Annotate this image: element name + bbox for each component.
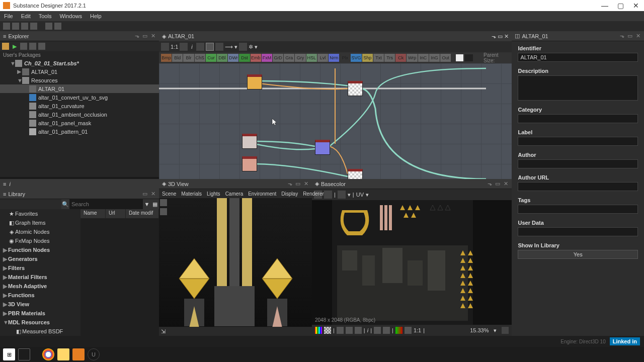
- grid2-icon[interactable]: [355, 327, 362, 334]
- library-table[interactable]: Name Url Date modif: [80, 209, 159, 336]
- alpha-icon[interactable]: [324, 327, 331, 334]
- zoom-1to1[interactable]: 1:1: [171, 44, 178, 50]
- 3d-gizmo-icon[interactable]: [160, 199, 167, 206]
- expand-icon[interactable]: ⇲: [161, 328, 166, 335]
- library-category[interactable]: ★Favorites: [0, 209, 80, 218]
- start-button[interactable]: ⊞: [3, 348, 15, 360]
- explorer-tree[interactable]: ▼Ch_02_01_Start.sbs*▶ALTAR_01▼ResourcesA…: [0, 59, 159, 177]
- tree-item[interactable]: altar_01_panel_mask: [0, 119, 159, 127]
- filter-shp[interactable]: Shp: [362, 54, 373, 62]
- gamut-icon[interactable]: [395, 327, 403, 334]
- library-category[interactable]: ▼MDL Resources: [0, 318, 80, 327]
- panel-pin-icon[interactable]: ⬎: [134, 33, 140, 39]
- panel-close-icon[interactable]: ✕: [503, 180, 509, 187]
- identifier-input[interactable]: [518, 53, 638, 62]
- fit-button[interactable]: [161, 43, 169, 51]
- graph-node[interactable]: [242, 156, 257, 171]
- new-button[interactable]: [3, 23, 10, 30]
- panel-pin-icon[interactable]: ⬎: [487, 180, 493, 187]
- tree-item[interactable]: altar_01_pattern_01: [0, 127, 159, 136]
- filter-inc[interactable]: InC: [418, 54, 429, 62]
- panel-dock-icon[interactable]: ▭: [295, 180, 301, 187]
- panel-close-icon[interactable]: ✕: [635, 33, 641, 39]
- dropdown-icon[interactable]: ▾: [255, 44, 258, 50]
- gtool-7[interactable]: [239, 43, 247, 51]
- library-category[interactable]: ▶3D View: [0, 300, 80, 309]
- showinlib-button[interactable]: Yes: [518, 250, 638, 259]
- authorurl-input[interactable]: [518, 182, 638, 191]
- zoom-1to1[interactable]: 1:1: [414, 327, 421, 333]
- filter-bld[interactable]: Bld: [172, 54, 183, 62]
- panel-dock-icon[interactable]: ▭: [142, 33, 148, 39]
- graph-node[interactable]: [348, 81, 363, 96]
- panel-dock-icon[interactable]: ▭: [495, 180, 501, 187]
- menu-file[interactable]: File: [4, 13, 13, 19]
- col-url[interactable]: Url: [106, 209, 126, 218]
- 3d-menu-environment[interactable]: Environment: [248, 191, 276, 197]
- panel-close-icon[interactable]: ✕: [303, 180, 309, 187]
- 2d-tool-2[interactable]: [324, 191, 332, 199]
- exp-tool-4[interactable]: [29, 43, 36, 50]
- info-tab[interactable]: ≡ i: [0, 179, 159, 189]
- panel-pin-icon[interactable]: ⬎: [492, 33, 496, 39]
- tree-item[interactable]: altar_01_ambient_occlusion: [0, 110, 159, 119]
- tree-item[interactable]: ▼Ch_02_01_Start.sbs*: [0, 59, 159, 67]
- 3d-menu-display[interactable]: Display: [281, 191, 298, 197]
- gear-icon[interactable]: ✲: [249, 44, 253, 50]
- taskview-icon[interactable]: [18, 348, 30, 360]
- library-category[interactable]: ▶Mesh Adaptive: [0, 282, 80, 291]
- info-icon[interactable]: i: [189, 44, 194, 50]
- 2d-tool-3[interactable]: [338, 191, 346, 199]
- color-swatch[interactable]: [456, 54, 463, 61]
- panel-dock-icon[interactable]: ▭: [142, 191, 148, 197]
- graph-node[interactable]: [315, 140, 330, 155]
- library-search-input[interactable]: [69, 199, 143, 209]
- 3d-menu-scene[interactable]: Scene: [162, 191, 176, 197]
- tags-input[interactable]: [518, 205, 638, 214]
- filter-grd[interactable]: GrD: [273, 54, 283, 62]
- tree-item[interactable]: ▼Resources: [0, 76, 159, 84]
- filter-ck[interactable]: Ck: [395, 54, 406, 62]
- close-button[interactable]: ✕: [633, 2, 639, 10]
- maximize-button[interactable]: ▢: [617, 2, 624, 10]
- filter-trs[interactable]: Trs: [384, 54, 395, 62]
- filter-icon[interactable]: ▼: [143, 199, 151, 209]
- tree-item[interactable]: ALTAR_01: [0, 84, 159, 93]
- panel-pin-icon[interactable]: ⬎: [287, 180, 293, 187]
- tree-item[interactable]: altar_01_curvature: [0, 102, 159, 110]
- 2dview-viewport[interactable]: 2048 x 2048 (RGBA, 8bpc): [312, 200, 512, 325]
- filter-txt[interactable]: Txt: [373, 54, 384, 62]
- view-icon[interactable]: ▦: [151, 199, 159, 209]
- author-input[interactable]: [518, 159, 638, 168]
- save-view-icon[interactable]: [502, 327, 509, 334]
- filter-chs[interactable]: ChS: [195, 54, 205, 62]
- panel-close-icon[interactable]: ✕: [504, 33, 509, 39]
- gtool-5[interactable]: [206, 43, 214, 51]
- filter-dst[interactable]: Dst: [239, 54, 250, 62]
- filter-dbl[interactable]: DBl: [217, 54, 227, 62]
- explorer-icon[interactable]: [57, 348, 69, 360]
- 3d-menu-renderer[interactable]: Renderer: [303, 191, 324, 197]
- filter-gry[interactable]: Gry: [295, 54, 305, 62]
- filter-blr[interactable]: Blr: [183, 54, 194, 62]
- menu-help[interactable]: Help: [90, 13, 102, 19]
- link-icon[interactable]: ⟶: [225, 44, 233, 50]
- library-category[interactable]: ◧Graph Items: [0, 218, 80, 227]
- save-all-button[interactable]: [30, 23, 37, 30]
- info-icon[interactable]: i: [367, 327, 368, 333]
- filter-hsl[interactable]: HSL: [306, 54, 317, 62]
- new-sbs-button[interactable]: [2, 43, 9, 50]
- substance-icon[interactable]: [72, 348, 85, 360]
- filter-out[interactable]: Out: [440, 54, 451, 62]
- graph-node[interactable]: [247, 74, 262, 89]
- userdata-input[interactable]: [518, 227, 638, 236]
- open-button[interactable]: [12, 23, 19, 30]
- panel-pin-icon[interactable]: ⬎: [619, 33, 625, 39]
- gtool-4[interactable]: [196, 43, 204, 51]
- hist2-icon[interactable]: [383, 327, 390, 334]
- fit-icon[interactable]: [405, 327, 412, 334]
- save-button[interactable]: [21, 23, 28, 30]
- category-input[interactable]: [518, 114, 638, 123]
- label-input[interactable]: [518, 137, 638, 146]
- graph-node[interactable]: [348, 169, 363, 179]
